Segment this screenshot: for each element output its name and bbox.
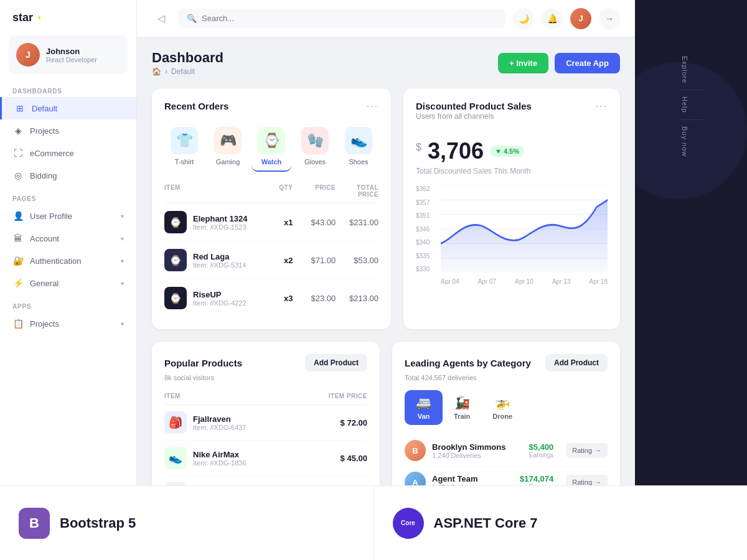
chevron-down-icon-projects: ▾ (121, 320, 124, 327)
popular-products-header: Popular Products Add Product (164, 354, 367, 371)
order-item-icon-1: ⌚ (164, 211, 187, 233)
agents-subtitle: Total 424,567 deliveries (405, 374, 608, 381)
watch-icon: ⌚ (258, 127, 285, 154)
cat-tab-watch[interactable]: ⌚ Watch (251, 122, 291, 172)
arrow-right-icon-1: → (594, 447, 601, 454)
chevron-down-icon: ▾ (121, 213, 124, 220)
ecommerce-icon: ⛶ (12, 147, 24, 159)
order-total-2: $53.00 (336, 256, 378, 265)
theme-toggle-button[interactable]: 🌙 (513, 8, 534, 29)
sidebar-label-user-profile: User Profile (30, 212, 72, 221)
popular-products-title: Popular Products (164, 358, 242, 368)
tshirt-icon: 👕 (171, 127, 198, 154)
header-actions: + Invite Create App (498, 53, 620, 73)
recent-orders-card: Recent Orders ··· 👕 T-shirt 🎮 Gaming ⌚ W… (152, 88, 391, 329)
col-item: ITEM (164, 184, 250, 198)
dashboard-grid: Recent Orders ··· 👕 T-shirt 🎮 Gaming ⌚ W… (152, 88, 620, 329)
col-price: PRICE (293, 184, 336, 198)
general-icon: ⚡ (12, 278, 24, 289)
van-icon: 🚐 (416, 395, 431, 410)
sales-subtitle: Users from all channels (416, 112, 532, 121)
earnings-value-2: $174,074 (520, 474, 553, 483)
agent-earnings-1: $5,400 Earnings (529, 442, 553, 459)
invite-button[interactable]: + Invite (498, 53, 548, 73)
framework-overlay-bar: B Bootstrap 5 Core ASP.NET Core 7 (137, 485, 635, 560)
chart-x-label: Apr 10 (515, 278, 533, 285)
sales-more-icon[interactable]: ··· (596, 101, 608, 112)
create-app-button[interactable]: Create App (555, 53, 620, 73)
sidebar: star ✦ J Johnson React Developer DASHBOA… (0, 0, 137, 560)
sales-description: Total Discounted Sales This Month (416, 167, 608, 175)
sales-number: 3,706 (428, 138, 484, 164)
sidebar-item-projects[interactable]: ◈ Projects (0, 119, 136, 142)
chart-x-label: Apr 18 (590, 278, 608, 285)
page-title: Dashboard (152, 50, 223, 66)
aspnet-text: ASP.NET Core 7 (434, 515, 538, 531)
home-icon: 🏠 (152, 67, 161, 76)
bootstrap-banner[interactable]: B Bootstrap 5 (137, 486, 374, 560)
user-profile-card[interactable]: J Johnson React Developer (9, 35, 128, 74)
sidebar-item-projects-app[interactable]: 📋 Projects ▾ (0, 312, 136, 335)
agent-tab-train[interactable]: 🚂 Train (443, 390, 481, 425)
agent-category-tabs: 🚐 Van 🚂 Train 🚁 Drone (405, 390, 608, 425)
collapse-button[interactable]: ◁ (152, 9, 171, 28)
order-item-info-2: Red Laga Item: #XDG-5314 (193, 252, 247, 269)
earnings-label-1: Earnings (529, 452, 553, 459)
popular-products-subtitle: 8k social visitors (164, 374, 367, 381)
agent-name-2: Agent Team (432, 474, 481, 483)
product-item-2: 👟 Nike AirMax Item: #XDG-1836 (164, 447, 299, 469)
agent-tab-van[interactable]: 🚐 Van (405, 390, 443, 425)
train-icon: 🚂 (454, 395, 470, 410)
user-profile-icon: 👤 (12, 210, 24, 222)
agent-info-1: Brooklyn Simmons 1,240 Deliveries (432, 442, 505, 459)
chevron-down-icon-auth: ▾ (121, 258, 124, 264)
chart-y-label: $351 (416, 212, 430, 219)
collapse-icon: ◁ (157, 12, 165, 24)
chart-y-label: $357 (416, 199, 430, 206)
add-product-button[interactable]: Add Product (305, 354, 367, 371)
sidebar-item-authentication[interactable]: 🔐 Authentication ▾ (0, 250, 136, 272)
aspnet-banner[interactable]: Core ASP.NET Core 7 (374, 486, 636, 560)
decorative-curve (635, 62, 747, 199)
arrow-right-icon: → (605, 14, 614, 24)
order-price-3: $23.00 (293, 294, 336, 303)
sales-card-header: Discounted Product Sales Users from all … (416, 101, 608, 128)
agent-name-1: Brooklyn Simmons (432, 442, 505, 452)
notification-button[interactable]: 🔔 (542, 8, 563, 29)
rating-button-1[interactable]: Rating → (566, 443, 608, 458)
sales-trend-badge: ▼ 4.5% (490, 146, 524, 157)
topbar-avatar[interactable]: J (570, 8, 591, 29)
chevron-down-icon-account: ▾ (121, 235, 124, 242)
drone-label: Drone (492, 413, 512, 420)
train-label: Train (454, 413, 470, 420)
breadcrumb-current: Default (171, 67, 195, 76)
products-table-header: ITEM ITEM PRICE (164, 390, 367, 405)
sidebar-item-ecommerce[interactable]: ⛶ eCommerce (0, 142, 136, 164)
cat-tab-tshirt[interactable]: 👕 T-shirt (164, 122, 204, 172)
cat-tab-gaming[interactable]: 🎮 Gaming (208, 122, 248, 172)
sidebar-item-bidding[interactable]: ◎ Bidding (0, 164, 136, 187)
sidebar-item-user-profile[interactable]: 👤 User Profile ▾ (0, 205, 136, 227)
table-row: ⌚ Red Laga Item: #XDG-5314 x2 $71.00 $53… (164, 241, 378, 279)
user-name: Johnson (46, 47, 97, 56)
settings-button[interactable]: → (599, 8, 620, 29)
order-qty-2: x2 (250, 256, 293, 265)
gaming-label: Gaming (216, 158, 240, 166)
sidebar-item-default[interactable]: ⊞ Default (0, 97, 136, 119)
discounted-sales-card: Discounted Product Sales Users from all … (403, 88, 620, 329)
chart-area (441, 185, 608, 273)
dollar-sign: $ (416, 142, 421, 153)
product-price-1: $ 72.00 (299, 418, 367, 427)
sidebar-item-account[interactable]: 🏛 Account ▾ (0, 227, 136, 250)
add-agent-product-button[interactable]: Add Product (545, 354, 608, 371)
more-options-icon[interactable]: ··· (367, 101, 378, 112)
agent-tab-drone[interactable]: 🚁 Drone (481, 390, 524, 425)
cat-tab-shoes[interactable]: 👟 Shoes (339, 122, 378, 172)
product-info-1: Fjallraven Item: #XDG-6437 (193, 414, 247, 431)
order-item-info-3: RiseUP Item: #XDG-4222 (193, 290, 247, 307)
user-role: React Developer (46, 56, 97, 63)
sidebar-item-general[interactable]: ⚡ General ▾ (0, 272, 136, 294)
sidebar-label-ecommerce: eCommerce (30, 149, 74, 158)
cat-tab-gloves[interactable]: 🧤 Gloves (295, 122, 335, 172)
search-input[interactable] (202, 14, 497, 23)
